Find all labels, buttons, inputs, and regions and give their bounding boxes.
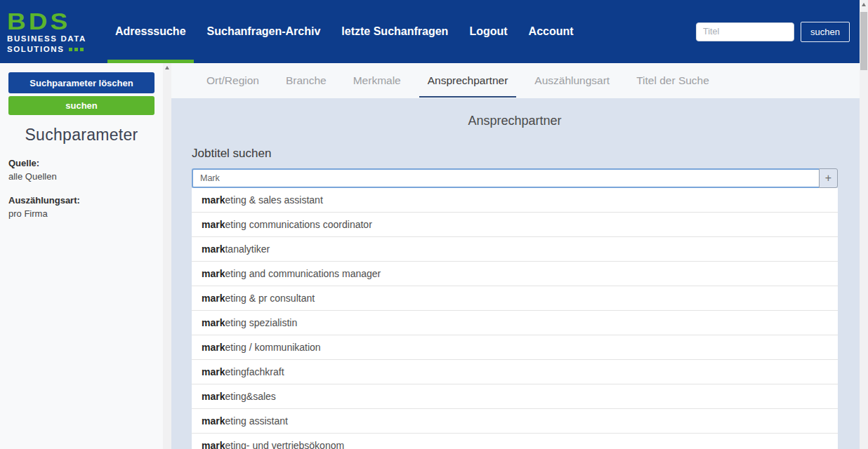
tab-ansprechpartner[interactable]: Ansprechpartner	[419, 63, 517, 98]
match-text: mark	[202, 391, 225, 402]
brand-logo[interactable]: BDS BUSINESS DATA SOLUTIONS	[7, 10, 86, 53]
title-search: suchen	[696, 22, 850, 42]
param-auszaehlungsart-value: pro Firma	[8, 208, 154, 221]
nav-item-suchanfragen-archiv[interactable]: Suchanfragen-Archiv	[199, 0, 329, 63]
page: BDS BUSINESS DATA SOLUTIONS Adresssuche …	[0, 0, 868, 449]
rest-text: eting & sales assistant	[225, 194, 322, 206]
app-window: BDS BUSINESS DATA SOLUTIONS Adresssuche …	[0, 0, 860, 449]
rest-text: etingfachkraft	[225, 366, 284, 377]
nav-item-adresssuche[interactable]: Adresssuche	[107, 0, 194, 63]
rest-text: eting & pr consultant	[225, 293, 315, 304]
brand-acronym: BDS	[7, 11, 86, 32]
scroll-up-icon[interactable]	[860, 0, 868, 9]
title-search-input[interactable]	[696, 22, 794, 41]
jobtitle-input-group: +	[192, 168, 838, 188]
clear-search-params-button[interactable]: Suchparameter löschen	[8, 72, 154, 93]
rest-text: eting- und vertriebsökonom	[225, 440, 344, 449]
suggestion-item[interactable]: marketing & sales assistant	[192, 188, 838, 213]
rest-text: tanalytiker	[225, 243, 270, 255]
rest-text: eting assistant	[225, 415, 288, 427]
suggestion-item[interactable]: marketing spezialistin	[192, 311, 838, 335]
suggestion-item[interactable]: marketing&sales	[192, 384, 838, 409]
sidebar-suchen-button[interactable]: suchen	[8, 96, 154, 115]
param-auszaehlungsart: Auszählungsart: pro Firma	[8, 194, 154, 221]
param-quelle-label: Quelle:	[8, 157, 154, 170]
brand-line1: BUSINESS DATA	[7, 35, 86, 43]
suggestion-item[interactable]: marketing- und vertriebsökonom	[192, 434, 838, 449]
match-text: mark	[202, 415, 225, 427]
sidebar-scrollbar[interactable]	[163, 63, 171, 449]
title-search-button[interactable]: suchen	[801, 22, 850, 42]
match-text: mark	[202, 317, 225, 328]
add-jobtitle-button[interactable]: +	[819, 168, 838, 188]
page-scrollbar[interactable]	[860, 0, 868, 449]
match-text: mark	[202, 219, 225, 230]
search-tabs: Ort/Region Branche Merkmale Ansprechpart…	[171, 63, 860, 98]
nav-item-account[interactable]: Account	[521, 0, 581, 63]
sidebar-heading: Suchparameter	[8, 126, 154, 145]
top-navigation: BDS BUSINESS DATA SOLUTIONS Adresssuche …	[0, 0, 860, 63]
nav-item-logout[interactable]: Logout	[461, 0, 515, 63]
match-text: mark	[202, 342, 225, 353]
rest-text: eting spezialistin	[225, 317, 297, 328]
rest-text: eting&sales	[225, 391, 275, 402]
brand-line2: SOLUTIONS	[7, 46, 86, 54]
match-text: mark	[202, 243, 225, 255]
suggestion-item[interactable]: marketing and communications manager	[192, 262, 838, 286]
jobtitle-search-label: Jobtitel suchen	[192, 147, 838, 161]
tab-content-ansprechpartner: Ansprechpartner Jobtitel suchen + market…	[171, 98, 860, 449]
jobtitle-search-input[interactable]	[192, 168, 819, 188]
content-heading: Ansprechpartner	[192, 114, 838, 128]
match-text: mark	[202, 268, 225, 279]
tab-ort-region[interactable]: Ort/Region	[198, 63, 268, 98]
rest-text: eting communications coordinator	[225, 219, 371, 230]
tab-titel-der-suche[interactable]: Titel der Suche	[628, 63, 718, 98]
match-text: mark	[202, 194, 225, 206]
sidebar: Suchparameter löschen suchen Suchparamet…	[0, 63, 163, 449]
scroll-up-icon[interactable]	[163, 63, 171, 72]
match-text: mark	[202, 366, 225, 377]
param-quelle: Quelle: alle Quellen	[8, 157, 154, 184]
tab-branche[interactable]: Branche	[277, 63, 335, 98]
suggestion-item[interactable]: marketing assistant	[192, 409, 838, 434]
main-panel: Ort/Region Branche Merkmale Ansprechpart…	[171, 63, 860, 449]
brand-line2-text: SOLUTIONS	[7, 46, 65, 54]
suggestion-item[interactable]: marketing / kommunikation	[192, 335, 838, 360]
brand-dots-icon	[69, 48, 84, 51]
tab-auszaehlungsart[interactable]: Auszählungsart	[526, 63, 618, 98]
body-row: Suchparameter löschen suchen Suchparamet…	[0, 63, 860, 449]
param-quelle-value: alle Quellen	[8, 170, 154, 184]
suggestion-item[interactable]: marktanalytiker	[192, 237, 838, 262]
param-auszaehlungsart-label: Auszählungsart:	[8, 194, 154, 208]
suggestion-item[interactable]: marketing & pr consultant	[192, 286, 838, 311]
nav-item-letzte-suchanfragen[interactable]: letzte Suchanfragen	[334, 0, 456, 63]
rest-text: eting and communications manager	[225, 268, 381, 279]
scrollbar-thumb[interactable]	[860, 12, 867, 70]
jobtitle-suggestions-list: marketing & sales assistant marketing co…	[192, 188, 838, 449]
main-menu: Adresssuche Suchanfragen-Archiv letzte S…	[107, 0, 581, 63]
suggestion-item[interactable]: marketing communications coordinator	[192, 213, 838, 237]
match-text: mark	[202, 440, 225, 449]
tab-merkmale[interactable]: Merkmale	[345, 63, 409, 98]
suggestion-item[interactable]: marketingfachkraft	[192, 360, 838, 384]
match-text: mark	[202, 293, 225, 304]
rest-text: eting / kommunikation	[225, 342, 320, 353]
